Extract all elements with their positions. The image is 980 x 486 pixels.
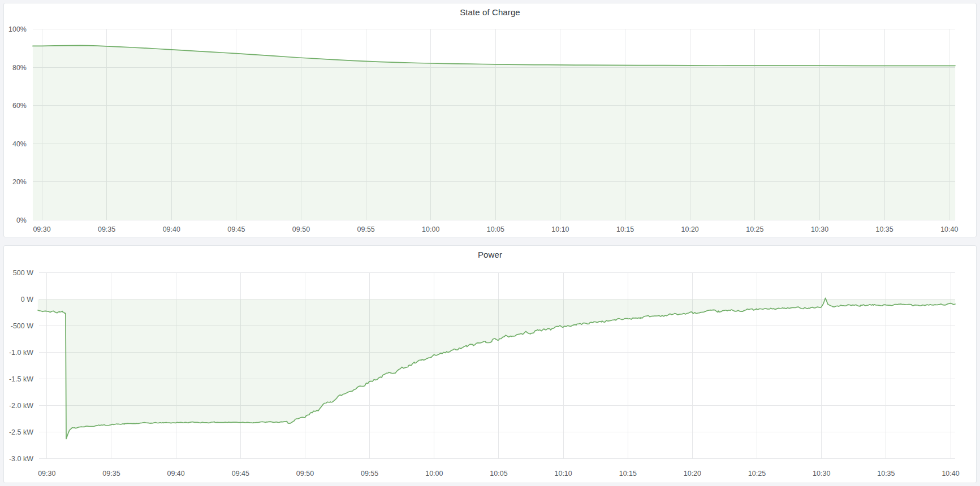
x-tick-label: 09:35 bbox=[102, 470, 120, 478]
x-tick-label: 10:30 bbox=[811, 225, 828, 233]
series-area-fill bbox=[38, 298, 955, 439]
y-tick-label: 0% bbox=[16, 216, 27, 224]
x-tick-label: 10:10 bbox=[555, 470, 572, 478]
y-tick-label: 500 W bbox=[13, 269, 33, 277]
x-tick-label: 09:35 bbox=[98, 225, 115, 233]
x-tick-label: 10:05 bbox=[487, 225, 504, 233]
x-tick-label: 09:55 bbox=[361, 470, 378, 478]
x-tick-label: 09:30 bbox=[38, 470, 55, 478]
x-tick-label: 09:55 bbox=[357, 225, 375, 233]
y-tick-label: -2.0 kW bbox=[9, 402, 33, 410]
power-plot[interactable]: 500 W0 W-500 W-1.0 kW-1.5 kW-2.0 kW-2.5 … bbox=[4, 246, 976, 483]
x-tick-label: 10:20 bbox=[684, 470, 701, 478]
y-tick-label: -500 W bbox=[11, 322, 33, 330]
y-tick-label: 60% bbox=[12, 102, 27, 110]
x-tick-label: 10:20 bbox=[681, 225, 699, 233]
y-tick-label: 100% bbox=[8, 25, 27, 33]
x-tick-label: 09:45 bbox=[227, 225, 245, 233]
y-tick-label: -1.5 kW bbox=[9, 375, 33, 383]
x-tick-label: 10:25 bbox=[748, 470, 766, 478]
panel-state-of-charge: State of Charge 0%20%40%60%80%100%09:300… bbox=[3, 3, 977, 237]
x-tick-label: 09:40 bbox=[167, 470, 185, 478]
x-tick-label: 10:00 bbox=[422, 225, 439, 233]
state-of-charge-plot[interactable]: 0%20%40%60%80%100%09:3009:3509:4009:4509… bbox=[4, 3, 976, 237]
x-tick-label: 09:50 bbox=[296, 470, 314, 478]
x-tick-label: 10:35 bbox=[877, 470, 895, 478]
x-tick-label: 10:15 bbox=[619, 470, 637, 478]
y-tick-label: -1.0 kW bbox=[9, 349, 33, 357]
x-tick-label: 10:25 bbox=[746, 225, 763, 233]
x-tick-label: 10:15 bbox=[616, 225, 634, 233]
panel-title-state-of-charge[interactable]: State of Charge bbox=[4, 7, 976, 17]
x-tick-label: 10:00 bbox=[425, 470, 443, 478]
y-tick-label: -2.5 kW bbox=[9, 428, 33, 436]
x-tick-label: 09:50 bbox=[292, 225, 310, 233]
x-tick-label: 09:45 bbox=[232, 470, 249, 478]
y-tick-label: 0 W bbox=[21, 296, 33, 303]
x-tick-label: 10:10 bbox=[551, 225, 569, 233]
x-tick-label: 10:05 bbox=[490, 470, 507, 478]
x-tick-label: 10:40 bbox=[940, 225, 958, 233]
x-tick-label: 10:40 bbox=[942, 470, 959, 478]
x-tick-label: 09:30 bbox=[33, 225, 50, 233]
x-tick-label: 09:40 bbox=[163, 225, 180, 233]
state-of-charge-chart[interactable]: 0%20%40%60%80%100%09:3009:3509:4009:4509… bbox=[4, 3, 976, 237]
x-tick-label: 10:35 bbox=[875, 225, 893, 233]
y-tick-label: 40% bbox=[12, 140, 27, 148]
x-tick-label: 10:30 bbox=[813, 470, 830, 478]
panel-title-power[interactable]: Power bbox=[4, 250, 976, 259]
y-tick-label: -3.0 kW bbox=[9, 455, 33, 463]
y-tick-label: 20% bbox=[12, 178, 27, 186]
power-chart[interactable]: 500 W0 W-500 W-1.0 kW-1.5 kW-2.0 kW-2.5 … bbox=[4, 246, 976, 483]
y-tick-label: 80% bbox=[12, 64, 27, 72]
panel-power: Power 500 W0 W-500 W-1.0 kW-1.5 kW-2.0 k… bbox=[3, 245, 977, 483]
series-area-fill bbox=[33, 45, 955, 220]
